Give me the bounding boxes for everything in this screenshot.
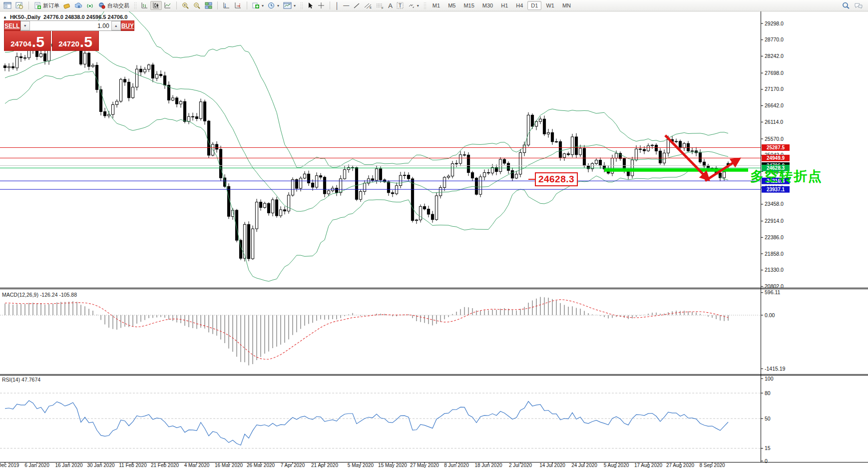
thick-green-support-line[interactable] xyxy=(604,168,748,172)
fibonacci-tool-button[interactable]: F xyxy=(374,1,386,10)
templates-caret[interactable]: ▾ xyxy=(294,3,296,8)
new-chart-button[interactable] xyxy=(1,1,13,10)
signals-button[interactable] xyxy=(84,1,96,10)
chart-shift-button[interactable] xyxy=(232,1,244,10)
level-axis-label: 24949.9 xyxy=(762,155,790,161)
period-caret[interactable]: ▾ xyxy=(277,3,279,8)
rsi-line xyxy=(5,401,728,445)
cursor-tool-button[interactable] xyxy=(305,1,316,10)
svg-text:28242.0: 28242.0 xyxy=(765,53,784,59)
svg-text:18 Jun 2020: 18 Jun 2020 xyxy=(474,463,502,468)
level-axis-label: 25287.5 xyxy=(762,144,790,151)
svg-text:17 Aug 2020: 17 Aug 2020 xyxy=(634,463,663,468)
new-order-button[interactable]: 新订单 xyxy=(32,1,61,10)
svg-text:22914.0: 22914.0 xyxy=(765,218,784,224)
autotrading-button[interactable]: 自动交易 xyxy=(96,1,131,10)
svg-text:0: 0 xyxy=(765,458,768,464)
trendline-tool-button[interactable] xyxy=(351,1,362,10)
text-label-tool-button[interactable]: T xyxy=(395,1,406,10)
svg-text:11 Feb 2020: 11 Feb 2020 xyxy=(119,463,147,468)
volume-decrease-button[interactable]: ▼ xyxy=(20,21,30,30)
svg-text:T: T xyxy=(399,3,402,8)
svg-text:5 May 2020: 5 May 2020 xyxy=(348,463,374,468)
timeframe-h4[interactable]: H4 xyxy=(512,1,526,10)
zoom-out-button[interactable] xyxy=(191,1,203,10)
svg-text:21330.0: 21330.0 xyxy=(765,267,784,273)
timeframe-m30[interactable]: M30 xyxy=(479,1,496,10)
bar-chart-type-button[interactable] xyxy=(139,1,150,10)
horizontal-line-tool-button[interactable]: — xyxy=(341,1,351,9)
timeframe-mn[interactable]: MN xyxy=(559,1,574,10)
arrows-tool-button[interactable]: ▾ xyxy=(406,1,421,10)
svg-text:16 Jan 2020: 16 Jan 2020 xyxy=(55,463,82,468)
svg-text:20802.0: 20802.0 xyxy=(765,283,784,289)
main-toolbar: 新订单 自动交易 xyxy=(0,0,868,11)
timeframe-switcher: M1M5M15M30H1H4D1W1MN xyxy=(427,0,576,11)
svg-text:26114.0: 26114.0 xyxy=(765,119,783,125)
svg-text:26 Mar 2020: 26 Mar 2020 xyxy=(247,463,275,468)
svg-text:21858.0: 21858.0 xyxy=(765,251,784,257)
price-axis: 29298.028770.028242.027698.027170.026642… xyxy=(761,20,784,289)
macd-pane-label: MACD(12,26,9) -126.24 -105.88 xyxy=(2,292,77,298)
timeframe-d1[interactable]: D1 xyxy=(527,1,541,10)
templates-button[interactable]: ▾ xyxy=(281,1,298,10)
crosshair-tool-button[interactable] xyxy=(316,1,327,10)
bollinger-upper-band xyxy=(5,11,728,167)
svg-text:25570.0: 25570.0 xyxy=(765,136,784,142)
rsi-pane xyxy=(0,393,761,449)
bollinger-bands xyxy=(5,11,728,281)
svg-text:23458.0: 23458.0 xyxy=(765,201,784,207)
svg-text:80: 80 xyxy=(765,390,771,396)
buy-price[interactable]: 24720 .5 xyxy=(52,31,99,51)
timeframe-m5[interactable]: M5 xyxy=(444,1,459,10)
search-icon[interactable] xyxy=(840,1,852,10)
turning-point-annotation[interactable]: 多空转折点 xyxy=(750,167,823,185)
collapse-panel-icon[interactable]: ▲ xyxy=(3,15,7,19)
equidistant-channel-tool-button[interactable]: E xyxy=(362,1,374,10)
svg-text:15: 15 xyxy=(765,445,771,451)
timeframe-m1[interactable]: M1 xyxy=(429,1,443,10)
auto-scroll-button[interactable] xyxy=(221,1,232,10)
add-indicator-button[interactable]: ▾ xyxy=(250,1,266,10)
svg-text:26642.0: 26642.0 xyxy=(765,102,784,108)
market-button[interactable] xyxy=(73,1,84,10)
date-axis[interactable]: 20 Dec 20196 Jan 202016 Jan 202030 Jan 2… xyxy=(0,462,725,468)
timeframe-m15[interactable]: M15 xyxy=(460,1,477,10)
level-axis-label: 23937.1 xyxy=(762,186,790,193)
volume-input[interactable] xyxy=(30,21,111,30)
period-button[interactable]: ▾ xyxy=(266,1,281,10)
arrows-tool-caret[interactable]: ▾ xyxy=(417,3,419,8)
buy-button[interactable]: BUY xyxy=(121,20,134,31)
vertical-line-tool-button[interactable]: │ xyxy=(333,1,341,10)
candlestick-chart-type-button[interactable] xyxy=(150,1,162,10)
text-tool-button[interactable]: A xyxy=(386,1,395,10)
timeframe-w1[interactable]: W1 xyxy=(542,1,558,10)
sell-button[interactable]: SELL xyxy=(4,20,20,31)
svg-text:20 Dec 2019: 20 Dec 2019 xyxy=(0,463,19,468)
svg-text:4 Mar 2020: 4 Mar 2020 xyxy=(184,463,210,468)
price-callout-box[interactable]: 24628.3 xyxy=(535,172,578,186)
svg-text:30 Jan 2020: 30 Jan 2020 xyxy=(87,463,114,468)
svg-text:27698.0: 27698.0 xyxy=(765,70,784,76)
line-chart-type-button[interactable] xyxy=(162,1,173,10)
add-indicator-caret[interactable]: ▾ xyxy=(262,3,264,8)
macd-pane xyxy=(0,297,761,366)
metaeditor-button[interactable] xyxy=(61,1,73,10)
svg-text:596.11: 596.11 xyxy=(765,289,780,295)
svg-text:21 Apr 2020: 21 Apr 2020 xyxy=(311,463,338,468)
profiles-button[interactable] xyxy=(13,1,25,10)
svg-text:27 May 2020: 27 May 2020 xyxy=(410,463,439,468)
ohlc-values: 24776.0 24838.0 24596.5 24706.0 xyxy=(43,14,127,20)
svg-text:8 Sep 2020: 8 Sep 2020 xyxy=(699,463,725,468)
svg-text:2 Jul 2020: 2 Jul 2020 xyxy=(509,463,532,468)
svg-text:24949.9: 24949.9 xyxy=(767,155,785,161)
volume-increase-button[interactable]: ▲ xyxy=(111,21,121,30)
chat-icon[interactable] xyxy=(852,1,865,10)
sell-price[interactable]: 24704 .5 xyxy=(4,31,51,51)
svg-text:5 Aug 2020: 5 Aug 2020 xyxy=(604,463,629,468)
timeframe-h1[interactable]: H1 xyxy=(497,1,511,10)
price-chart-canvas[interactable]: 29298.028770.028242.027698.027170.026642… xyxy=(0,11,868,468)
svg-text:24 Jul 2020: 24 Jul 2020 xyxy=(571,463,597,468)
zoom-in-button[interactable] xyxy=(180,1,191,10)
tile-windows-button[interactable] xyxy=(203,1,214,10)
